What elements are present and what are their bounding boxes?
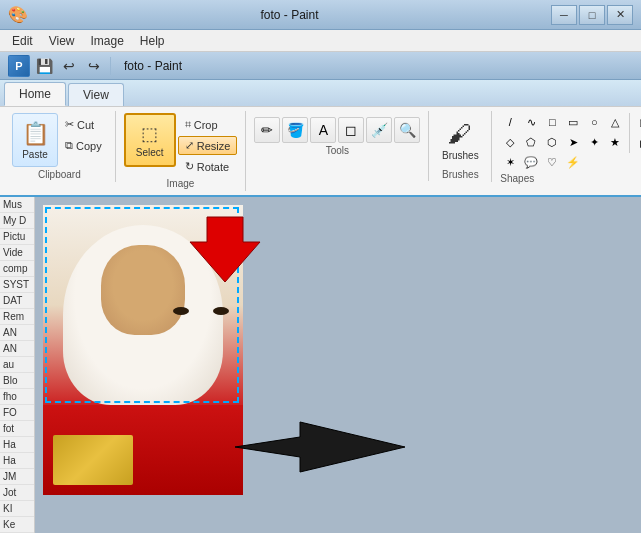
cut-button[interactable]: ✂ Cut xyxy=(60,115,107,134)
sidebar-item-1[interactable]: My D xyxy=(0,213,34,229)
sidebar-item-14[interactable]: fot xyxy=(0,421,34,437)
select-icon: ⬚ xyxy=(141,123,158,145)
menu-edit[interactable]: Edit xyxy=(4,32,41,50)
rotate-icon: ↻ xyxy=(185,160,194,173)
sidebar-item-18[interactable]: Jot xyxy=(0,485,34,501)
shape-arrow[interactable]: ➤ xyxy=(563,133,583,151)
copy-button[interactable]: ⧉ Copy xyxy=(60,136,107,155)
shape-heart[interactable]: ♡ xyxy=(542,153,562,171)
text-icon: A xyxy=(319,122,328,138)
brushes-icon: 🖌 xyxy=(448,120,472,148)
tab-home[interactable]: Home xyxy=(4,82,66,106)
sidebar-item-7[interactable]: Rem xyxy=(0,309,34,325)
image-group-label: Image xyxy=(167,178,195,189)
shape-lightning[interactable]: ⚡ xyxy=(563,153,583,171)
sidebar-item-9[interactable]: AN xyxy=(0,341,34,357)
sidebar-item-3[interactable]: Vide xyxy=(0,245,34,261)
sidebar-item-15[interactable]: Ha xyxy=(0,437,34,453)
shape-pentagon[interactable]: ⬠ xyxy=(521,133,541,151)
shape-rect[interactable]: □ xyxy=(542,113,562,131)
fill-button[interactable]: ◼ Fill ▼ xyxy=(634,134,641,153)
brushes-label: Brushes xyxy=(442,169,479,180)
minimize-button[interactable]: ─ xyxy=(551,5,577,25)
main-area: Mus My D Pictu Vide comp SYST DAT Rem AN… xyxy=(0,197,641,533)
sidebar-item-16[interactable]: Ha xyxy=(0,453,34,469)
app-menu-button[interactable]: P xyxy=(8,55,30,77)
sidebar-item-10[interactable]: au xyxy=(0,357,34,373)
sidebar-item-8[interactable]: AN xyxy=(0,325,34,341)
select-button[interactable]: ⬚ Select xyxy=(124,113,176,167)
sidebar: Mus My D Pictu Vide comp SYST DAT Rem AN… xyxy=(0,197,35,533)
resize-button[interactable]: ⤢ Resize xyxy=(178,136,238,155)
eraser-button[interactable]: ◻ xyxy=(338,117,364,143)
paste-label: Paste xyxy=(22,149,48,160)
brushes-group: 🖌 Brushes Brushes xyxy=(433,111,492,182)
redo-quick-button[interactable]: ↪ xyxy=(83,55,105,77)
text-button[interactable]: A xyxy=(310,117,336,143)
menu-image[interactable]: Image xyxy=(82,32,131,50)
shape-diamond[interactable]: ◇ xyxy=(500,133,520,151)
shape-star6[interactable]: ✶ xyxy=(500,153,520,171)
sidebar-item-0[interactable]: Mus xyxy=(0,197,34,213)
sidebar-item-19[interactable]: KI xyxy=(0,501,34,517)
sidebar-item-20[interactable]: Ke xyxy=(0,517,34,533)
sidebar-item-4[interactable]: comp xyxy=(0,261,34,277)
sidebar-item-12[interactable]: fho xyxy=(0,389,34,405)
shape-callout[interactable]: 💬 xyxy=(521,153,541,171)
shape-ellipse[interactable]: ○ xyxy=(584,113,604,131)
menu-view[interactable]: View xyxy=(41,32,83,50)
sidebar-item-11[interactable]: Blo xyxy=(0,373,34,389)
sidebar-item-13[interactable]: FO xyxy=(0,405,34,421)
shape-roundrect[interactable]: ▭ xyxy=(563,113,583,131)
eyedropper-button[interactable]: 💉 xyxy=(366,117,392,143)
clipboard-label: Clipboard xyxy=(38,169,81,180)
shapes-content: / ∿ □ ▭ ○ △ ◇ ⬠ ⬡ ➤ ✦ ★ xyxy=(500,113,625,171)
maximize-button[interactable]: □ xyxy=(579,5,605,25)
pencil-button[interactable]: ✏ xyxy=(254,117,280,143)
copy-icon: ⧉ xyxy=(65,139,73,152)
sidebar-item-17[interactable]: JM xyxy=(0,469,34,485)
menu-help[interactable]: Help xyxy=(132,32,173,50)
clipboard-small-buttons: ✂ Cut ⧉ Copy xyxy=(60,113,107,155)
shape-triangle[interactable]: △ xyxy=(605,113,625,131)
tab-view[interactable]: View xyxy=(68,83,124,106)
right-eye xyxy=(213,307,229,315)
magnifier-icon: 🔍 xyxy=(399,122,416,138)
toolbar-separator xyxy=(110,57,111,75)
paint-canvas xyxy=(43,205,243,495)
gold-decoration xyxy=(53,435,133,485)
save-quick-button[interactable]: 💾 xyxy=(33,55,55,77)
close-button[interactable]: ✕ xyxy=(607,5,633,25)
image-sub-buttons: ⌗ Crop ⤢ Resize ↻ Rotate xyxy=(178,113,238,176)
window-controls: ─ □ ✕ xyxy=(551,5,633,25)
shape-curve[interactable]: ∿ xyxy=(521,113,541,131)
brushes-button[interactable]: 🖌 Brushes xyxy=(437,113,483,167)
rotate-button[interactable]: ↻ Rotate xyxy=(178,157,238,176)
sidebar-item-2[interactable]: Pictu xyxy=(0,229,34,245)
fill-bucket-button[interactable]: 🪣 xyxy=(282,117,308,143)
undo-quick-button[interactable]: ↩ xyxy=(58,55,80,77)
shape-star5[interactable]: ★ xyxy=(605,133,625,151)
outline-button[interactable]: ◻ Outline ▼ xyxy=(634,113,641,132)
paste-button[interactable]: 📋 Paste xyxy=(12,113,58,167)
photo-top xyxy=(43,205,243,405)
shapes-options: ◻ Outline ▼ ◼ Fill ▼ xyxy=(629,113,641,153)
pencil-icon: ✏ xyxy=(261,122,273,138)
image-arrow xyxy=(230,407,410,487)
sidebar-item-6[interactable]: DAT xyxy=(0,293,34,309)
sidebar-item-5[interactable]: SYST xyxy=(0,277,34,293)
shape-line[interactable]: / xyxy=(500,113,520,131)
shapes-group: / ∿ □ ▭ ○ △ ◇ ⬠ ⬡ ➤ ✦ ★ xyxy=(496,111,641,186)
ribbon: Home View 📋 Paste ✂ Cut ⧉ Copy xyxy=(0,80,641,197)
toolbar-title: foto - Paint xyxy=(124,59,182,73)
shapes-row-1: / ∿ □ ▭ ○ △ xyxy=(500,113,625,131)
shape-star4[interactable]: ✦ xyxy=(584,133,604,151)
eyes xyxy=(173,307,229,317)
cut-icon: ✂ xyxy=(65,118,74,131)
magnifier-button[interactable]: 🔍 xyxy=(394,117,420,143)
shape-hexagon[interactable]: ⬡ xyxy=(542,133,562,151)
crop-button[interactable]: ⌗ Crop xyxy=(178,115,238,134)
tools-group-content: ✏ 🪣 A ◻ 💉 🔍 xyxy=(254,113,420,143)
resize-icon: ⤢ xyxy=(185,139,194,152)
ribbon-tabs: Home View xyxy=(0,80,641,106)
